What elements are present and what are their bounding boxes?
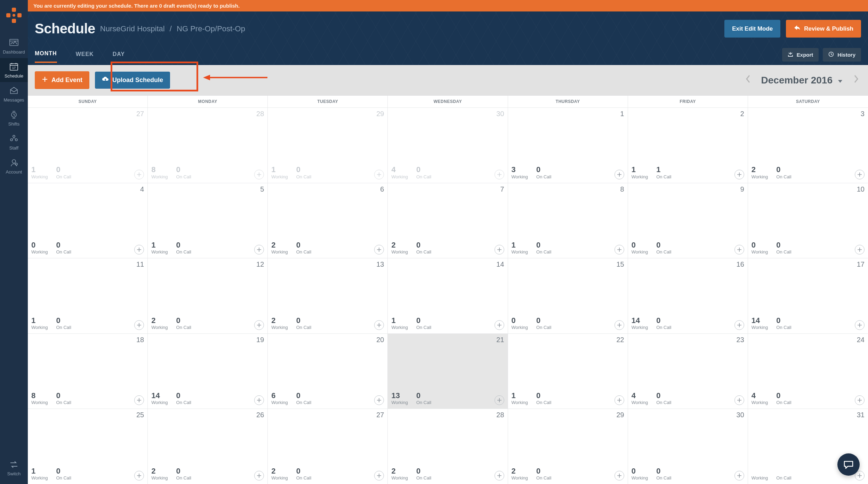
add-event-day-button[interactable]	[855, 395, 865, 405]
nav-staff[interactable]: Staff	[0, 130, 28, 154]
add-event-day-button[interactable]	[855, 320, 865, 330]
oncall-label: On Call	[776, 475, 791, 481]
nav-messages[interactable]: Messages	[0, 82, 28, 106]
nav-switch[interactable]: Switch	[0, 456, 28, 480]
crumb-hospital[interactable]: NurseGrid Hospital	[100, 24, 165, 33]
month-selector[interactable]: December 2016	[761, 75, 843, 86]
upload-schedule-button[interactable]: Upload Schedule	[95, 72, 170, 89]
add-event-day-button[interactable]	[134, 471, 144, 481]
add-event-day-button[interactable]	[495, 245, 504, 255]
add-event-day-button[interactable]	[614, 395, 624, 405]
add-event-day-button[interactable]	[495, 471, 504, 481]
add-event-day-button[interactable]	[254, 395, 264, 405]
day-cell[interactable]: 244Working0On Call	[748, 334, 868, 409]
crumb-department[interactable]: NG Pre-Op/Post-Op	[177, 24, 245, 33]
day-number: 1	[512, 110, 624, 118]
day-number: 11	[31, 260, 144, 268]
oncall-count: 0	[416, 467, 431, 475]
add-event-day-button[interactable]	[855, 245, 865, 255]
add-event-day-button[interactable]	[495, 170, 504, 179]
chat-fab[interactable]	[837, 453, 860, 476]
day-cell[interactable]: 21Working1On Call	[628, 108, 748, 183]
next-month-button[interactable]	[851, 72, 861, 88]
nav-shifts[interactable]: Shifts	[0, 106, 28, 130]
add-event-day-button[interactable]	[734, 170, 744, 179]
day-cell[interactable]: 81Working0On Call	[508, 183, 628, 258]
nav-account[interactable]: Account	[0, 154, 28, 178]
tab-month[interactable]: MONTH	[35, 50, 57, 63]
day-cell[interactable]: 304Working0On Call	[388, 108, 508, 183]
export-button[interactable]: Export	[782, 48, 819, 62]
add-event-day-button[interactable]	[734, 245, 744, 255]
day-cell[interactable]: 292Working0On Call	[508, 409, 628, 484]
add-event-day-button[interactable]	[734, 320, 744, 330]
day-cell[interactable]: 72Working0On Call	[388, 183, 508, 258]
day-cell[interactable]: 1714Working0On Call	[748, 258, 868, 333]
add-event-day-button[interactable]	[374, 395, 384, 405]
add-event-day-button[interactable]	[495, 395, 504, 405]
day-cell[interactable]: 1914Working0On Call	[148, 334, 268, 409]
add-event-day-button[interactable]	[254, 320, 264, 330]
oncall-count: 0	[656, 467, 671, 475]
history-button[interactable]: History	[823, 48, 861, 62]
day-cell[interactable]: 282Working0On Call	[388, 409, 508, 484]
day-number: 21	[391, 336, 504, 344]
add-event-day-button[interactable]	[254, 245, 264, 255]
add-event-day-button[interactable]	[134, 395, 144, 405]
day-cell[interactable]: 141Working0On Call	[388, 258, 508, 333]
day-cell[interactable]: 300Working0On Call	[628, 409, 748, 484]
add-event-day-button[interactable]	[374, 245, 384, 255]
add-event-button[interactable]: Add Event	[35, 71, 89, 89]
add-event-day-button[interactable]	[134, 170, 144, 179]
day-cell[interactable]: 2113Working0On Call	[388, 334, 508, 409]
annotation-arrow	[203, 74, 269, 81]
day-cell[interactable]: 111Working0On Call	[28, 258, 148, 333]
day-cell[interactable]: 262Working0On Call	[148, 409, 268, 484]
add-event-day-button[interactable]	[254, 471, 264, 481]
review-publish-button[interactable]: Review & Publish	[786, 20, 861, 38]
add-event-day-button[interactable]	[614, 170, 624, 179]
day-cell[interactable]: 32Working0On Call	[748, 108, 868, 183]
day-cell[interactable]: 100Working0On Call	[748, 183, 868, 258]
tab-week[interactable]: WEEK	[76, 51, 94, 62]
add-event-day-button[interactable]	[374, 320, 384, 330]
add-event-day-button[interactable]	[254, 170, 264, 179]
exit-edit-mode-button[interactable]: Exit Edit Mode	[724, 20, 780, 38]
day-cell[interactable]: 271Working0On Call	[28, 108, 148, 183]
day-cell[interactable]: 40Working0On Call	[28, 183, 148, 258]
working-count: 0	[632, 241, 648, 249]
day-cell[interactable]: 150Working0On Call	[508, 258, 628, 333]
add-event-day-button[interactable]	[855, 170, 865, 179]
tab-day[interactable]: DAY	[113, 51, 125, 62]
day-cell[interactable]: 234Working0On Call	[628, 334, 748, 409]
prev-month-button[interactable]	[743, 72, 753, 88]
day-cell[interactable]: 62Working0On Call	[268, 183, 388, 258]
add-event-day-button[interactable]	[134, 320, 144, 330]
day-cell[interactable]: 1614Working0On Call	[628, 258, 748, 333]
day-cell[interactable]: 206Working0On Call	[268, 334, 388, 409]
add-event-day-button[interactable]	[614, 245, 624, 255]
add-event-day-button[interactable]	[614, 320, 624, 330]
day-cell[interactable]: 251Working0On Call	[28, 409, 148, 484]
day-cell[interactable]: 90Working0On Call	[628, 183, 748, 258]
day-cell[interactable]: 132Working0On Call	[268, 258, 388, 333]
day-cell[interactable]: 51Working0On Call	[148, 183, 268, 258]
day-cell[interactable]: 13Working0On Call	[508, 108, 628, 183]
add-event-day-button[interactable]	[734, 471, 744, 481]
add-event-day-button[interactable]	[134, 245, 144, 255]
day-cell[interactable]: 291Working0On Call	[268, 108, 388, 183]
day-cell[interactable]: 288Working0On Call	[148, 108, 268, 183]
day-cell[interactable]: 122Working0On Call	[148, 258, 268, 333]
nav-dashboard[interactable]: Dashboard	[0, 34, 28, 58]
add-event-day-button[interactable]	[374, 471, 384, 481]
add-event-day-button[interactable]	[614, 471, 624, 481]
oncall-count: 0	[416, 316, 431, 325]
add-event-day-button[interactable]	[374, 170, 384, 179]
working-count: 2	[271, 316, 288, 325]
day-cell[interactable]: 188Working0On Call	[28, 334, 148, 409]
day-cell[interactable]: 221Working0On Call	[508, 334, 628, 409]
add-event-day-button[interactable]	[734, 395, 744, 405]
nav-schedule[interactable]: 17 Schedule	[0, 58, 28, 82]
day-cell[interactable]: 272Working0On Call	[268, 409, 388, 484]
add-event-day-button[interactable]	[495, 320, 504, 330]
